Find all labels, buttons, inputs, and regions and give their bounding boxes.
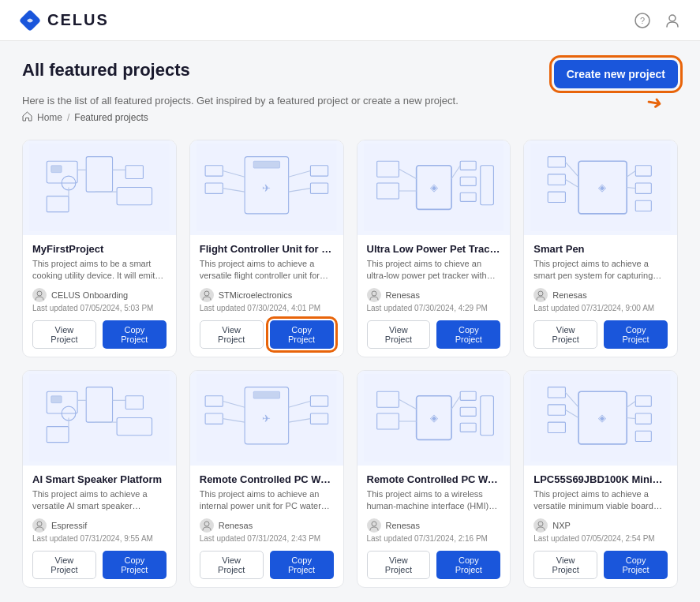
card-desc: This project aims to achieve a versatile… xyxy=(533,488,668,512)
author-name: Renesas xyxy=(552,290,586,300)
author-name: CELUS Onboarding xyxy=(51,290,128,300)
card-desc: This project aims to achieve an internal… xyxy=(200,488,334,512)
author-avatar xyxy=(200,288,214,302)
header-icons: ? xyxy=(634,12,681,29)
card-image: ◈ xyxy=(524,371,677,466)
svg-point-42 xyxy=(372,291,376,296)
card-body: Remote Controlled PC Water Cooler... Thi… xyxy=(357,466,511,587)
project-card: ◈ Smart Pen This project aims to achieve… xyxy=(523,140,678,357)
user-icon[interactable] xyxy=(664,12,681,29)
card-date: Last updated 07/05/2024, 2:54 PM xyxy=(533,534,668,543)
card-author: Renesas xyxy=(367,288,501,302)
view-project-button[interactable]: View Project xyxy=(32,320,96,349)
svg-text:◈: ◈ xyxy=(429,412,437,424)
card-author: Renesas xyxy=(200,518,334,533)
author-name: STMicroelectronics xyxy=(219,290,293,300)
home-icon xyxy=(22,111,32,124)
copy-project-button[interactable]: Copy Project xyxy=(604,551,668,579)
author-avatar xyxy=(32,518,47,533)
card-image: ◈ xyxy=(357,371,511,466)
card-title: MyFirstProject xyxy=(32,243,167,255)
card-title: Remote Controlled PC Water Cooler... xyxy=(367,473,501,485)
view-project-button[interactable]: View Project xyxy=(32,551,96,579)
svg-text:?: ? xyxy=(640,16,645,25)
card-date: Last updated 07/05/2024, 5:03 PM xyxy=(32,304,167,312)
header: CELUS ? xyxy=(0,0,700,41)
card-author: Espressif xyxy=(32,518,167,533)
author-avatar xyxy=(32,288,47,302)
create-new-project-button[interactable]: Create new project xyxy=(554,60,678,88)
celus-logo-icon xyxy=(19,9,41,32)
author-avatar xyxy=(533,518,548,533)
svg-point-95 xyxy=(372,522,376,526)
svg-text:◈: ◈ xyxy=(598,181,606,193)
author-avatar xyxy=(367,288,381,302)
card-body: AI Smart Speaker Platform This project a… xyxy=(23,466,176,587)
copy-project-button[interactable]: Copy Project xyxy=(103,320,167,349)
author-avatar xyxy=(200,518,214,533)
breadcrumb-separator: / xyxy=(67,112,69,123)
card-date: Last updated 07/31/2024, 2:43 PM xyxy=(200,534,334,543)
svg-point-29 xyxy=(204,291,209,296)
card-title: Ultra Low Power Pet Tracker xyxy=(367,243,501,255)
view-project-button[interactable]: View Project xyxy=(367,551,431,579)
card-desc: This project aims to a wireless human-ma… xyxy=(367,488,501,512)
card-body: MyFirstProject This project aims to be a… xyxy=(23,235,176,357)
card-actions: View Project Copy Project xyxy=(367,320,501,349)
card-author: NXP xyxy=(533,518,668,533)
svg-rect-59 xyxy=(51,396,62,403)
author-avatar xyxy=(533,288,548,302)
create-btn-wrapper: Create new project ➜ xyxy=(554,60,678,88)
card-image xyxy=(23,371,176,466)
copy-project-button[interactable]: Copy Project xyxy=(436,320,500,349)
view-project-button[interactable]: View Project xyxy=(200,320,264,349)
project-card: AI Smart Speaker Platform This project a… xyxy=(22,370,177,588)
page-title-area: All featured projects xyxy=(22,60,190,80)
copy-project-button[interactable]: Copy Project xyxy=(270,320,334,349)
view-project-button[interactable]: View Project xyxy=(533,320,597,349)
card-date: Last updated 07/30/2024, 4:29 PM xyxy=(367,304,501,312)
breadcrumb-home[interactable]: Home xyxy=(37,112,62,123)
card-date: Last updated 07/31/2024, 9:55 AM xyxy=(32,534,167,543)
project-card: ◈ LPC55S69JBD100K Minimum Viable ... Thi… xyxy=(523,370,678,588)
view-project-button[interactable]: View Project xyxy=(533,551,597,579)
svg-point-69 xyxy=(37,522,42,526)
project-card: ◈ Remote Controlled PC Water Cooler... T… xyxy=(357,370,511,588)
page-description: Here is the list of all featured project… xyxy=(22,95,678,107)
card-desc: This project aims to chieve an ultra-low… xyxy=(367,258,501,282)
svg-text:◈: ◈ xyxy=(598,412,606,424)
card-author: STMicroelectronics xyxy=(200,288,334,302)
card-date: Last updated 07/31/2024, 2:16 PM xyxy=(367,534,501,543)
logo: CELUS xyxy=(19,9,109,32)
svg-point-3 xyxy=(669,15,676,21)
author-avatar xyxy=(367,518,381,533)
svg-rect-81 xyxy=(253,392,279,399)
card-image: ✈ xyxy=(190,371,343,466)
view-project-button[interactable]: View Project xyxy=(367,320,431,349)
card-date: Last updated 07/31/2024, 9:00 AM xyxy=(533,304,668,312)
copy-project-button[interactable]: Copy Project xyxy=(436,551,500,579)
author-name: Renesas xyxy=(386,290,420,300)
logo-text: CELUS xyxy=(47,11,109,29)
author-name: Renesas xyxy=(386,521,420,530)
card-desc: This project aims to achieve a versatile… xyxy=(200,258,334,282)
svg-point-82 xyxy=(204,522,209,526)
copy-project-button[interactable]: Copy Project xyxy=(270,551,334,579)
svg-point-56 xyxy=(538,291,543,296)
card-image: ◈ xyxy=(357,140,511,235)
svg-rect-6 xyxy=(51,166,62,173)
author-name: NXP xyxy=(552,521,571,530)
card-desc: This project aims to achieve a smart pen… xyxy=(533,258,668,282)
card-actions: View Project Copy Project xyxy=(32,551,167,579)
card-body: Flight Controller Unit for Drones This p… xyxy=(190,235,343,357)
card-actions: View Project Copy Project xyxy=(533,320,668,349)
page-header: All featured projects Create new project… xyxy=(22,60,678,88)
card-image: ◈ xyxy=(524,140,677,235)
copy-project-button[interactable]: Copy Project xyxy=(103,551,167,579)
copy-project-button[interactable]: Copy Project xyxy=(604,320,668,349)
help-icon[interactable]: ? xyxy=(634,12,651,29)
card-actions: View Project Copy Project xyxy=(200,551,334,579)
page-title: All featured projects xyxy=(22,60,190,80)
project-card: ✈ Flight Controller Unit for Drones This… xyxy=(189,140,344,357)
view-project-button[interactable]: View Project xyxy=(200,551,264,579)
